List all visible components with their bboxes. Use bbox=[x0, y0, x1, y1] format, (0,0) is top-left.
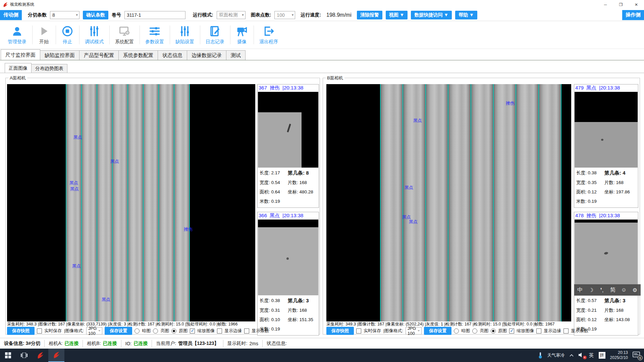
realtime-save-label: 实时保存 bbox=[44, 328, 62, 334]
ime-halfwidth-icon[interactable]: ☽ bbox=[586, 287, 596, 293]
ime-punctuation-icon[interactable]: ❜, bbox=[597, 287, 607, 293]
chart-points-select[interactable]: 100 bbox=[274, 11, 295, 19]
tab-test[interactable]: 测试 bbox=[226, 50, 246, 60]
tab-product-model-config[interactable]: 产品型号配置 bbox=[79, 50, 119, 60]
defect-time: |20:13:38 bbox=[599, 85, 620, 91]
task-view-button[interactable] bbox=[16, 349, 32, 362]
image-format-select[interactable]: JPG 100 bbox=[406, 327, 422, 335]
subtab-trend-chart[interactable]: 分布趋势图表 bbox=[31, 64, 67, 73]
save-snapshot-button[interactable]: 保存快照 bbox=[7, 327, 35, 335]
realtime-save-checkbox[interactable] bbox=[356, 328, 361, 334]
ime-emoji-icon[interactable]: ☺ bbox=[619, 287, 629, 293]
dark-image-radio[interactable] bbox=[135, 328, 140, 334]
view-menu-button[interactable]: 视图 ▼ bbox=[386, 11, 408, 19]
realtime-save-checkbox[interactable] bbox=[37, 328, 42, 334]
ime-simplified-mode[interactable]: 简 bbox=[608, 287, 618, 294]
ribbon-debug-mode[interactable]: 调试模式 bbox=[79, 23, 109, 47]
ribbon-start[interactable]: 开始 bbox=[32, 23, 56, 47]
sliders-vertical-icon bbox=[179, 25, 191, 37]
show-edges-checkbox[interactable] bbox=[217, 328, 222, 334]
defect-info: 长度: 0.38 第几条: 4 宽度: 0.35 片数: 168 面积: 0.1… bbox=[574, 168, 638, 207]
dark-image-radio[interactable] bbox=[454, 328, 459, 334]
operator-side-button[interactable]: 操作侧 bbox=[622, 10, 644, 20]
defect-id: 478 bbox=[575, 213, 584, 219]
ime-settings-gear-icon[interactable]: ⚙ bbox=[630, 287, 640, 293]
show-strips-checkbox[interactable] bbox=[564, 328, 569, 334]
defect-card[interactable]: 478 挫伤 |20:13:38 长度: 0.57 第几条: 3 宽度: 0.2… bbox=[574, 212, 638, 336]
ribbon-defect-settings[interactable]: 缺陷设置 bbox=[170, 23, 200, 47]
defect-time: |20:13:38 bbox=[282, 85, 303, 91]
tab-system-param-config[interactable]: 系统参数配置 bbox=[118, 50, 158, 60]
ribbon-stop[interactable]: 停止 bbox=[56, 23, 79, 47]
content-area: A面相机 黑点黑点黑点黑点挫伤黑点黑点 367 挫伤 |20:13:38 长度:… bbox=[0, 73, 644, 338]
camera-a-defect-list: 367 挫伤 |20:13:38 长度: 2.17 第几条: 8 宽度: 0.5… bbox=[257, 84, 319, 336]
defect-overlay-label: 黑点 bbox=[110, 159, 119, 165]
restore-button[interactable]: ❐ bbox=[613, 0, 629, 9]
defect-card[interactable]: 367 挫伤 |20:13:38 长度: 2.17 第几条: 8 宽度: 0.5… bbox=[257, 84, 319, 208]
confirm-count-button[interactable]: 确认条数 bbox=[83, 11, 108, 19]
save-settings-button[interactable]: 保存设置 bbox=[424, 327, 451, 335]
ribbon-exit-program[interactable]: 退出程序 bbox=[254, 23, 284, 47]
ribbon-capture[interactable]: 摄像 bbox=[230, 23, 254, 47]
app-logo-icon bbox=[53, 351, 60, 359]
clear-alarm-button[interactable]: 清除报警 bbox=[357, 11, 382, 19]
save-settings-button[interactable]: 保存设置 bbox=[105, 327, 132, 335]
show-edges-checkbox[interactable] bbox=[536, 328, 541, 334]
defect-overlay-label: 挫伤 bbox=[506, 100, 515, 106]
ribbon-label: 系统配置 bbox=[115, 39, 134, 45]
tab-status-info[interactable]: 状态信息 bbox=[158, 50, 187, 60]
tab-edge-data-record[interactable]: 边缘数据记录 bbox=[187, 50, 226, 60]
panel-camera-b: B面相机 黑点挫伤黑点黑点黑点 479 黑点 |20:13:38 长度: 0.3… bbox=[323, 78, 640, 335]
volume-muted-icon[interactable]: ✕ bbox=[578, 352, 584, 359]
ime-pinyin-indicator[interactable]: 拼 bbox=[599, 352, 605, 359]
ribbon-admin-login[interactable]: 管理登录 bbox=[2, 23, 32, 47]
ribbon-system-config[interactable]: 系统配置 bbox=[109, 23, 140, 47]
taskbar-app-vision-active[interactable] bbox=[48, 349, 64, 362]
notification-count-badge: 6 bbox=[638, 355, 643, 360]
save-snapshot-button[interactable]: 保存快照 bbox=[326, 327, 354, 335]
defect-type: 挫伤 bbox=[270, 85, 280, 91]
state-info: 状态信息: bbox=[263, 340, 291, 347]
bright-image-radio[interactable] bbox=[153, 328, 158, 334]
ime-language-indicator[interactable]: 英 bbox=[589, 352, 594, 359]
help-menu-button[interactable]: 帮助 ▼ bbox=[455, 11, 477, 19]
original-image-radio[interactable] bbox=[171, 328, 176, 334]
minimize-button[interactable]: ─ bbox=[598, 0, 613, 9]
roll-number-input[interactable]: 3117-1 bbox=[124, 11, 185, 19]
slit-count-label: 分切条数 bbox=[28, 12, 47, 18]
show-strips-checkbox[interactable] bbox=[244, 328, 249, 334]
video-camera-icon bbox=[236, 25, 248, 37]
run-mode-select[interactable]: 双面检测 bbox=[217, 11, 246, 19]
bright-image-label: 亮图 bbox=[160, 328, 169, 334]
data-quick-access-button[interactable]: 数据快捷访问 ▼ bbox=[411, 11, 452, 19]
slit-count-select[interactable]: 8 bbox=[50, 11, 79, 19]
ribbon-log-record[interactable]: 日志记录 bbox=[200, 23, 230, 47]
taskbar-app-vision[interactable] bbox=[32, 349, 48, 362]
close-button[interactable]: ✕ bbox=[629, 0, 644, 9]
bright-image-radio[interactable] bbox=[472, 328, 477, 334]
action-center-button[interactable]: 6 bbox=[633, 352, 641, 359]
zoom-image-checkbox[interactable] bbox=[509, 328, 514, 334]
panel-camera-a: A面相机 黑点黑点黑点黑点挫伤黑点黑点 367 挫伤 |20:13:38 长度:… bbox=[5, 78, 320, 335]
ime-chinese-mode[interactable]: 中 bbox=[575, 287, 585, 294]
start-button[interactable] bbox=[0, 349, 16, 362]
windows-logo-icon bbox=[5, 352, 11, 358]
ribbon-label: 调试模式 bbox=[85, 39, 104, 45]
tab-size-monitor[interactable]: 尺寸监控界面 bbox=[1, 49, 40, 60]
user-icon bbox=[11, 25, 23, 37]
subtab-front-image[interactable]: 正面图像 bbox=[5, 63, 32, 73]
defect-card[interactable]: 366 黑点 |20:13:38 长度: 0.38 第几条: 3 宽度: 0.3… bbox=[257, 212, 319, 336]
image-format-select[interactable]: JPG 100 bbox=[86, 327, 102, 335]
tab-defect-monitor[interactable]: 缺陷监控界面 bbox=[40, 50, 79, 60]
drive-side-button[interactable]: 传动侧 bbox=[0, 10, 22, 20]
taskbar-clock[interactable]: 20:13 2025/2/10 bbox=[610, 350, 628, 360]
ribbon-parameter-settings[interactable]: 参数设置 bbox=[140, 23, 170, 47]
defect-time: |20:13:38 bbox=[599, 213, 620, 219]
defect-card[interactable]: 479 黑点 |20:13:38 长度: 0.38 第几条: 4 宽度: 0.3… bbox=[574, 84, 638, 208]
camera-a-controls: 保存快照 实时保存 |图像格式: JPG 100 保存设置 暗图 亮图 原图 缩… bbox=[7, 327, 256, 335]
weather-text[interactable]: 天气寒冷 bbox=[547, 352, 565, 358]
zoom-image-checkbox[interactable] bbox=[190, 328, 195, 334]
thermometer-icon bbox=[538, 352, 543, 359]
tray-expand-chevron-icon[interactable] bbox=[570, 354, 574, 357]
original-image-radio[interactable] bbox=[491, 328, 496, 334]
